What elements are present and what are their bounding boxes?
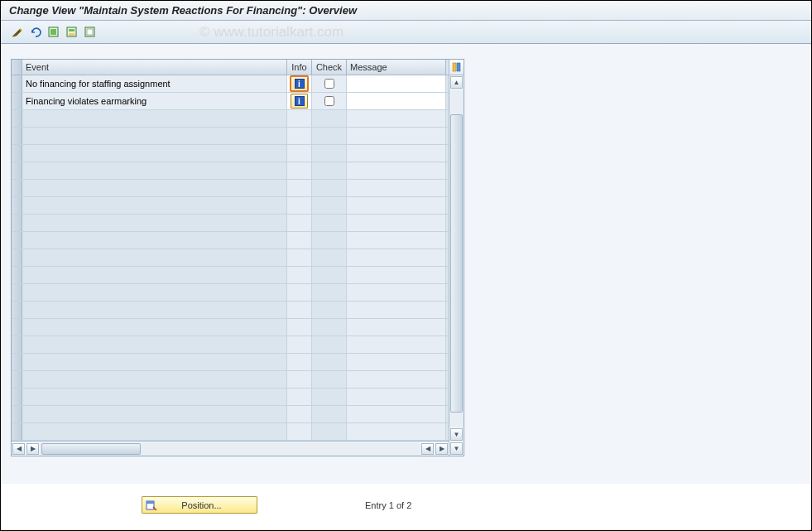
row-selector[interactable] <box>12 371 22 388</box>
cell-event[interactable] <box>22 232 287 249</box>
select-all-button[interactable] <box>46 24 62 41</box>
cell-message[interactable] <box>347 75 446 92</box>
cell-message[interactable] <box>347 215 446 231</box>
cell-message[interactable] <box>347 128 446 144</box>
row-selector[interactable] <box>12 93 22 109</box>
info-button[interactable]: i <box>291 94 308 109</box>
scroll-left-button[interactable]: ▶ <box>26 443 39 455</box>
column-header-check[interactable]: Check <box>312 60 347 75</box>
cell-message[interactable] <box>347 93 446 109</box>
vscroll-track[interactable] <box>449 89 464 427</box>
cell-event[interactable] <box>22 267 287 283</box>
cell-event[interactable] <box>22 406 287 422</box>
cell-event[interactable] <box>22 423 287 440</box>
row-selector[interactable] <box>12 232 22 249</box>
row-selector[interactable] <box>12 180 22 196</box>
cell-event[interactable] <box>22 336 287 353</box>
scroll-down-button[interactable]: ▼ <box>450 428 463 441</box>
cell-message[interactable] <box>347 197 446 214</box>
row-selector[interactable] <box>12 389 22 405</box>
cell-event[interactable] <box>22 302 287 318</box>
column-header-event[interactable]: Event <box>22 60 287 75</box>
row-selector[interactable] <box>12 354 22 370</box>
cell-message[interactable] <box>347 249 446 266</box>
row-selector[interactable] <box>12 145 22 162</box>
cell-message[interactable] <box>347 302 446 318</box>
undo-button[interactable] <box>27 24 44 41</box>
column-header-info[interactable]: Info <box>287 60 312 75</box>
cell-event[interactable]: No financing for staffing assignment <box>22 75 287 92</box>
cell-message[interactable] <box>347 371 446 388</box>
svg-rect-8 <box>457 63 460 71</box>
row-selector[interactable] <box>12 319 22 335</box>
info-button[interactable]: i <box>291 76 308 91</box>
scroll-up-button[interactable]: ▲ <box>450 76 463 89</box>
scroll-first-button[interactable]: ◀ <box>12 443 25 455</box>
row-selector[interactable] <box>12 423 22 440</box>
cell-check <box>312 389 347 405</box>
row-selector[interactable] <box>12 336 22 353</box>
vertical-scrollbar[interactable]: ▲ ▼ ▼ <box>449 60 464 456</box>
table-header-row: Event Info Check Message <box>12 60 449 75</box>
cell-message[interactable] <box>347 389 446 405</box>
cell-event[interactable] <box>22 145 287 162</box>
cell-event[interactable] <box>22 180 287 196</box>
row-selector[interactable] <box>12 162 22 179</box>
corner-selector[interactable] <box>12 60 22 75</box>
row-selector[interactable] <box>12 197 22 214</box>
cell-info: i <box>287 75 312 92</box>
cell-message[interactable] <box>347 110 446 127</box>
cell-event[interactable] <box>22 319 287 335</box>
cell-event[interactable] <box>22 249 287 266</box>
cell-message[interactable] <box>347 267 446 283</box>
cell-event[interactable] <box>22 215 287 231</box>
row-selector[interactable] <box>12 110 22 127</box>
cell-event[interactable]: Financing violates earmarking <box>22 93 287 109</box>
position-button-label: Position... <box>181 500 221 510</box>
scroll-right-button[interactable]: ◀ <box>421 443 434 455</box>
row-selector[interactable] <box>12 249 22 266</box>
cell-event[interactable] <box>22 354 287 370</box>
row-selector[interactable] <box>12 284 22 301</box>
column-header-message[interactable]: Message <box>347 60 446 75</box>
cell-message[interactable] <box>347 336 446 353</box>
cell-event[interactable] <box>22 389 287 405</box>
table-settings-button[interactable] <box>449 60 464 75</box>
svg-rect-6 <box>87 29 93 35</box>
cell-event[interactable] <box>22 110 287 127</box>
cell-event[interactable] <box>22 284 287 301</box>
position-button[interactable]: Position... <box>142 496 257 514</box>
content-area: Event Info Check Message No financing fo… <box>1 44 811 484</box>
scroll-last-button[interactable]: ▶ <box>435 443 448 455</box>
hscroll-track[interactable] <box>40 442 420 456</box>
cell-event[interactable] <box>22 371 287 388</box>
row-selector[interactable] <box>12 215 22 231</box>
cell-message[interactable] <box>347 180 446 196</box>
deselect-all-button[interactable] <box>82 24 98 41</box>
vscroll-thumb[interactable] <box>450 114 463 413</box>
row-selector[interactable] <box>12 267 22 283</box>
row-selector[interactable] <box>12 302 22 318</box>
row-selector[interactable] <box>12 128 22 144</box>
check-checkbox[interactable] <box>324 79 334 89</box>
row-selector[interactable] <box>12 75 22 92</box>
cell-event[interactable] <box>22 162 287 179</box>
cell-message[interactable] <box>347 162 446 179</box>
horizontal-scrollbar[interactable]: ◀ ▶ ◀ ▶ <box>12 441 449 456</box>
cell-message[interactable] <box>347 145 446 162</box>
cell-message[interactable] <box>347 406 446 422</box>
cell-message[interactable] <box>347 354 446 370</box>
row-selector[interactable] <box>12 406 22 422</box>
change-display-toggle-button[interactable] <box>9 24 26 41</box>
cell-message[interactable] <box>347 423 446 440</box>
hscroll-thumb[interactable] <box>41 443 141 455</box>
cell-message[interactable] <box>347 284 446 301</box>
cell-message[interactable] <box>347 232 446 249</box>
select-block-button[interactable] <box>64 24 80 41</box>
cell-message[interactable] <box>347 319 446 335</box>
scroll-page-down-button[interactable]: ▼ <box>450 442 463 455</box>
table-config-icon <box>452 62 462 72</box>
check-checkbox[interactable] <box>324 96 334 106</box>
cell-event[interactable] <box>22 128 287 144</box>
cell-event[interactable] <box>22 197 287 214</box>
